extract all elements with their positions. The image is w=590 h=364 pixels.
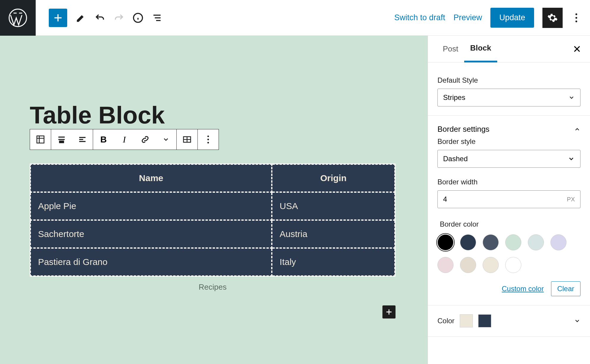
color-swatch[interactable] xyxy=(437,257,454,273)
undo-icon[interactable] xyxy=(95,12,105,23)
color-swatch[interactable] xyxy=(483,257,499,273)
table-row: Sachertorte Austria xyxy=(30,220,395,248)
more-rich-text-icon[interactable] xyxy=(156,129,176,150)
top-toolbar: Switch to draft Preview Update xyxy=(0,0,590,36)
text-color-indicator xyxy=(460,314,473,327)
border-color-label: Border color xyxy=(440,220,580,228)
sidebar-tabs: Post Block ✕ xyxy=(428,36,590,62)
settings-sidebar: Post Block ✕ Default Style Stripes Borde… xyxy=(428,36,590,364)
color-swatch[interactable] xyxy=(437,234,454,250)
svg-rect-6 xyxy=(59,141,63,142)
info-icon[interactable] xyxy=(133,12,143,23)
tab-post[interactable]: Post xyxy=(437,36,464,62)
default-style-select[interactable]: Stripes xyxy=(437,89,580,106)
text-align-icon[interactable] xyxy=(72,129,93,150)
svg-point-2 xyxy=(575,13,577,15)
bold-icon[interactable]: B xyxy=(93,129,114,150)
border-style-label: Border style xyxy=(437,137,580,146)
table-cell[interactable]: Apple Pie xyxy=(30,192,272,220)
page-title[interactable]: Table Block xyxy=(30,101,165,129)
table-caption[interactable]: Recipes xyxy=(30,283,396,292)
table-cell[interactable]: Pastiera di Grano xyxy=(30,248,272,276)
add-block-button[interactable] xyxy=(49,9,67,27)
color-swatch[interactable] xyxy=(505,257,521,273)
close-sidebar-icon[interactable]: ✕ xyxy=(573,43,581,55)
table-row: Apple Pie USA xyxy=(30,192,395,220)
color-swatch[interactable] xyxy=(460,257,476,273)
switch-to-draft-button[interactable]: Switch to draft xyxy=(394,13,445,22)
color-swatch[interactable] xyxy=(550,234,567,250)
preview-button[interactable]: Preview xyxy=(454,13,482,22)
editor-canvas[interactable]: Table Block B I xyxy=(0,36,428,364)
svg-point-9 xyxy=(207,139,209,140)
update-button[interactable]: Update xyxy=(490,8,534,28)
svg-point-3 xyxy=(575,17,577,19)
table-cell[interactable]: Sachertorte xyxy=(30,220,272,248)
table-header[interactable]: Origin xyxy=(272,164,395,192)
table-cell[interactable]: Austria xyxy=(272,220,395,248)
edit-tool-icon[interactable] xyxy=(76,12,86,23)
align-icon[interactable] xyxy=(51,129,72,150)
toolbar-right: Switch to draft Preview Update xyxy=(394,8,590,28)
color-section-header[interactable]: Color xyxy=(437,314,580,327)
add-block-after-button[interactable] xyxy=(382,305,396,318)
clear-color-button[interactable]: Clear xyxy=(551,281,580,296)
svg-rect-5 xyxy=(37,136,44,143)
table-edit-icon[interactable] xyxy=(177,129,197,150)
custom-color-link[interactable]: Custom color xyxy=(502,285,544,293)
table-row: Pastiera di Grano Italy xyxy=(30,248,395,276)
block-type-icon[interactable] xyxy=(30,129,51,150)
default-style-section: Default Style Stripes xyxy=(428,62,590,116)
color-swatch[interactable] xyxy=(528,234,544,250)
table-header[interactable]: Name xyxy=(30,164,272,192)
redo-icon xyxy=(114,12,124,23)
table-cell[interactable]: Italy xyxy=(272,248,395,276)
svg-point-4 xyxy=(575,21,577,22)
table-cell[interactable]: USA xyxy=(272,192,395,220)
block-toolbar: B I xyxy=(30,129,219,150)
color-swatch[interactable] xyxy=(505,234,521,250)
svg-point-10 xyxy=(207,142,209,143)
border-width-input[interactable]: 4 PX xyxy=(437,190,580,208)
outline-icon[interactable] xyxy=(152,12,162,23)
link-icon[interactable] xyxy=(135,129,156,150)
more-options-icon[interactable] xyxy=(571,12,582,23)
color-swatch[interactable] xyxy=(483,234,499,250)
svg-point-8 xyxy=(207,136,209,137)
tab-block[interactable]: Block xyxy=(464,36,497,62)
settings-button[interactable] xyxy=(542,8,563,28)
table-block[interactable]: Name Origin Apple Pie USA Sachertorte Au… xyxy=(30,164,396,292)
block-more-icon[interactable] xyxy=(198,129,219,150)
color-swatches xyxy=(437,234,580,273)
toolbar-left xyxy=(36,9,162,27)
wordpress-logo[interactable] xyxy=(0,0,36,36)
border-width-label: Border width xyxy=(437,178,580,186)
color-swatch[interactable] xyxy=(460,234,476,250)
italic-icon[interactable]: I xyxy=(114,129,135,150)
default-style-label: Default Style xyxy=(437,76,580,84)
border-settings-header[interactable]: Border settings xyxy=(437,125,580,134)
bg-color-indicator xyxy=(478,314,491,327)
border-style-select[interactable]: Dashed xyxy=(437,150,580,168)
